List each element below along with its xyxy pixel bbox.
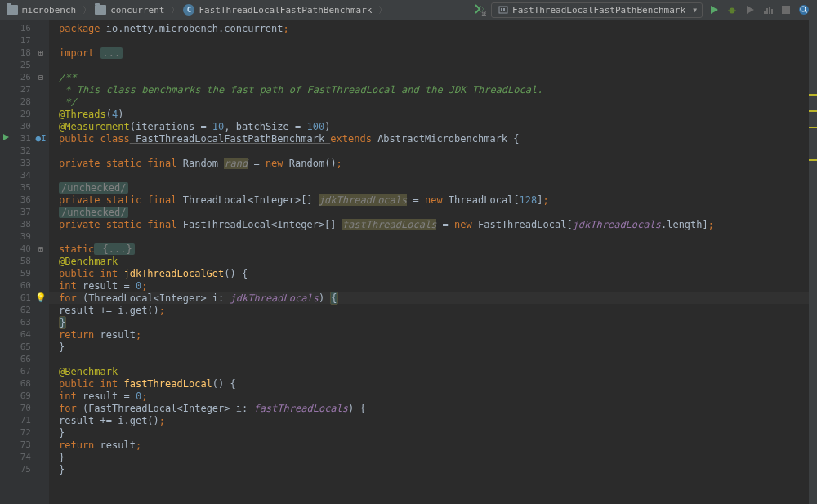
gutter-line-61[interactable]: 61💡 — [0, 292, 49, 304]
folded-region[interactable]: {...} — [94, 243, 134, 255]
gutter-line-65[interactable]: 65 — [0, 341, 49, 353]
code-line-73[interactable]: return result; — [49, 439, 817, 451]
code-line-74[interactable]: } — [49, 451, 817, 463]
code-line-75[interactable]: } — [49, 463, 817, 475]
code-line-30[interactable]: @Measurement(iterations = 10, batchSize … — [49, 120, 817, 132]
gutter-line-66[interactable]: 66 — [0, 353, 49, 365]
profiler-button[interactable] — [761, 3, 775, 16]
fold-collapse-icon[interactable]: ⊟ — [34, 71, 47, 83]
gutter-line-59[interactable]: 59 — [0, 267, 49, 279]
suppress-annotation[interactable]: /unchecked/ — [59, 207, 128, 218]
code-line-64[interactable]: return result; — [49, 328, 817, 341]
gutter-line-58[interactable]: 58 — [0, 255, 49, 267]
code-line-28[interactable]: */ — [49, 96, 817, 108]
gutter-line-71[interactable]: 71 — [0, 414, 49, 426]
code-line-60[interactable]: int result = 0; — [49, 279, 817, 292]
gutter-line-26[interactable]: 26⊟ — [0, 71, 49, 83]
code-line-67[interactable]: @Benchmark — [49, 365, 817, 377]
code-line-17[interactable] — [49, 34, 817, 47]
gutter-line-30[interactable]: 30 — [0, 120, 49, 132]
code-line-40[interactable]: static {...} — [49, 243, 817, 255]
gutter[interactable]: 16 17 18⊞ 25 26⊟ 27 28 29 30 31●I 32 33 … — [0, 20, 49, 504]
gutter-line-69[interactable]: 69 — [0, 390, 49, 402]
suppress-annotation[interactable]: /unchecked/ — [59, 182, 128, 194]
code-line-32[interactable] — [49, 145, 817, 157]
gutter-line-18[interactable]: 18⊞ — [0, 47, 49, 59]
code-line-65[interactable]: } — [49, 341, 817, 353]
code-line-71[interactable]: result += i.get(); — [49, 414, 817, 426]
breadcrumb-item-class[interactable]: C FastThreadLocalFastPathBenchmark — [183, 4, 372, 16]
gutter-line-28[interactable]: 28 — [0, 96, 49, 108]
code-line-61[interactable]: for (ThreadLocal<Integer> i: jdkThreadLo… — [49, 292, 817, 304]
code-line-27[interactable]: * This class benchmarks the fast path of… — [49, 83, 817, 96]
gutter-line-17[interactable]: 17 — [0, 34, 49, 47]
code-line-18[interactable]: import ... — [49, 47, 817, 59]
scroll-warning-marker[interactable] — [809, 127, 817, 128]
code-line-35[interactable]: /unchecked/ — [49, 181, 817, 194]
scroll-warning-marker[interactable] — [809, 94, 817, 96]
run-button[interactable] — [708, 3, 721, 16]
gutter-line-39[interactable]: 39 — [0, 230, 49, 243]
gutter-line-60[interactable]: 60 — [0, 279, 49, 292]
code-line-70[interactable]: for (FastThreadLocal<Integer> i: fastThr… — [49, 402, 817, 414]
fold-expand-icon[interactable]: ⊞ — [34, 243, 47, 255]
code-line-59[interactable]: public int jdkThreadLocalGet() { — [49, 267, 817, 279]
gutter-line-31[interactable]: 31●I — [0, 132, 49, 145]
search-everywhere-button[interactable] — [797, 3, 810, 16]
gutter-line-75[interactable]: 75 — [0, 463, 49, 475]
gutter-line-34[interactable]: 34 — [0, 169, 49, 181]
gutter-line-25[interactable]: 25 — [0, 59, 49, 71]
code-line-63[interactable]: } — [49, 316, 817, 328]
gutter-line-38[interactable]: 38 — [0, 218, 49, 230]
code-line-66[interactable] — [49, 353, 817, 365]
override-icon[interactable]: ●I — [34, 132, 47, 145]
code-line-29[interactable]: @Threads(4) — [49, 108, 817, 120]
code-line-39[interactable] — [49, 230, 817, 243]
code-line-25[interactable] — [49, 59, 817, 71]
code-line-31[interactable]: public class FastThreadLocalFastPathBenc… — [49, 132, 817, 145]
run-gutter-icon[interactable] — [2, 133, 10, 144]
stop-button[interactable] — [779, 3, 792, 16]
run-coverage-button[interactable] — [743, 3, 757, 16]
code-line-38[interactable]: private static final FastThreadLocal<Int… — [49, 218, 817, 230]
gutter-line-67[interactable]: 67 — [0, 365, 49, 377]
code-line-69[interactable]: int result = 0; — [49, 390, 817, 402]
code-editor[interactable]: package io.netty.microbench.concurrent; … — [49, 20, 817, 504]
gutter-line-29[interactable]: 29 — [0, 108, 49, 120]
scroll-warning-marker[interactable] — [809, 110, 817, 112]
intention-bulb-icon[interactable]: 💡 — [34, 292, 47, 304]
gutter-line-35[interactable]: 35 — [0, 181, 49, 194]
code-line-33[interactable]: private static final Random rand = new R… — [49, 157, 817, 169]
gutter-line-32[interactable]: 32 — [0, 145, 49, 157]
code-line-62[interactable]: result += i.get(); — [49, 304, 817, 316]
gutter-line-72[interactable]: 72 — [0, 426, 49, 439]
folded-region[interactable]: ... — [100, 47, 123, 59]
gutter-line-73[interactable]: 73 — [0, 439, 49, 451]
run-configuration-selector[interactable]: FastThreadLocalFastPathBenchmark — [491, 2, 703, 18]
code-line-37[interactable]: /unchecked/ — [49, 206, 817, 218]
gutter-line-33[interactable]: 33 — [0, 157, 49, 169]
code-line-34[interactable] — [49, 169, 817, 181]
code-line-36[interactable]: private static final ThreadLocal<Integer… — [49, 194, 817, 206]
code-line-58[interactable]: @Benchmark — [49, 255, 817, 267]
gutter-line-36[interactable]: 36 — [0, 194, 49, 206]
editor-scrollbar[interactable] — [809, 20, 817, 504]
code-line-26[interactable]: /** — [49, 71, 817, 83]
gutter-line-37[interactable]: 37 — [0, 206, 49, 218]
scroll-warning-marker[interactable] — [809, 159, 817, 161]
fold-expand-icon[interactable]: ⊞ — [34, 47, 47, 59]
gutter-line-70[interactable]: 70 — [0, 402, 49, 414]
gutter-line-63[interactable]: 63 — [0, 316, 49, 328]
build-icon[interactable]: 10 — [473, 3, 486, 16]
gutter-line-40[interactable]: 40⊞ — [0, 243, 49, 255]
gutter-line-27[interactable]: 27 — [0, 83, 49, 96]
debug-button[interactable] — [725, 3, 739, 16]
gutter-line-64[interactable]: 64 — [0, 328, 49, 341]
breadcrumb-item-concurrent[interactable]: concurrent — [95, 5, 164, 16]
breadcrumb-item-microbench[interactable]: microbench — [7, 5, 76, 16]
code-line-72[interactable]: } — [49, 426, 817, 439]
gutter-line-16[interactable]: 16 — [0, 22, 49, 34]
gutter-line-74[interactable]: 74 — [0, 451, 49, 463]
gutter-line-68[interactable]: 68 — [0, 377, 49, 390]
code-line-68[interactable]: public int fastThreadLocal() { — [49, 377, 817, 390]
